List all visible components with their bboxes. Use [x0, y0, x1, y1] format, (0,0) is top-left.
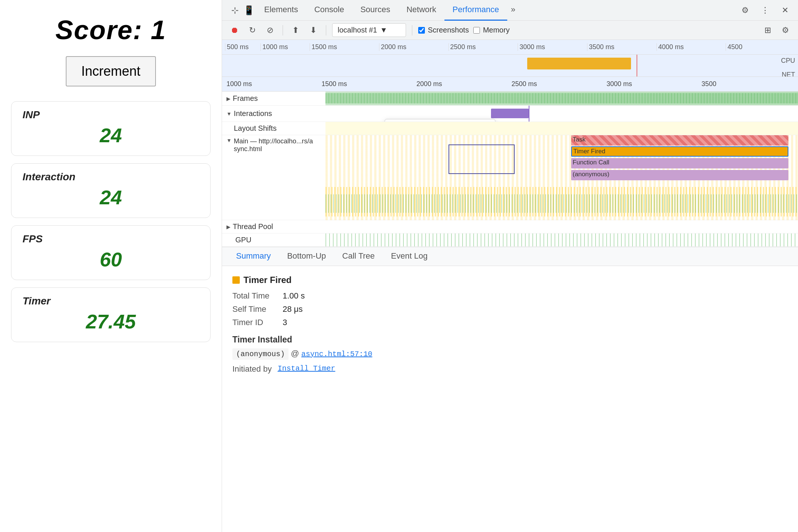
net-label: NET [782, 71, 795, 77]
devtools-panel: ⊹ 📱 Elements Console Sources Network Per… [222, 0, 798, 532]
summary-self-time: Self Time 28 μs [232, 304, 788, 314]
r2-2500: 2500 ms [510, 80, 605, 88]
url-dropdown-icon: ▼ [380, 26, 388, 34]
function-call-bar[interactable]: Function Call [571, 158, 788, 168]
second-ruler: 1000 ms 1500 ms 2000 ms 2500 ms 3000 ms … [222, 77, 798, 92]
toolbar-divider-2 [326, 25, 326, 35]
url-text: localhost #1 [338, 26, 377, 34]
timeline-tracks: 1000 ms 1500 ms 2000 ms 2500 ms 3000 ms … [222, 77, 798, 247]
cpu-net-area: CPU NET [222, 55, 798, 76]
screenshots-checkbox-label[interactable]: Screenshots [418, 26, 469, 34]
self-time-val: 28 μs [283, 304, 303, 314]
tab-elements[interactable]: Elements [256, 0, 306, 21]
task-label: Task [573, 136, 586, 143]
ruler-label-4000: 4000 ms [657, 43, 726, 51]
install-timer-link[interactable]: Install Timer [277, 364, 335, 374]
increment-button[interactable]: Increment [66, 56, 156, 86]
memory-checkbox-label[interactable]: Memory [473, 26, 509, 34]
clear-icon[interactable]: ⊘ [263, 24, 277, 37]
ruler-label-2500: 2500 ms [449, 43, 518, 51]
timer-id-key: Timer ID [232, 318, 277, 327]
capture-icon[interactable]: ⊞ [761, 24, 774, 37]
initiated-label: Initiated by [232, 364, 272, 374]
record-icon[interactable]: ⏺ [228, 24, 241, 37]
task-bar[interactable]: Task [571, 135, 788, 146]
thread-pool-track: ▶ Thread Pool [222, 220, 798, 233]
toolbar-divider-3 [412, 25, 412, 35]
thread-pool-content [325, 220, 798, 233]
frames-text: Frames [233, 94, 258, 103]
tab-network[interactable]: Network [398, 0, 444, 21]
r2-3500: 3500 [700, 80, 795, 88]
summary-total-time: Total Time 1.00 s [232, 291, 788, 301]
self-time-key: Self Time [232, 304, 277, 314]
summary-section-title: Timer Installed [232, 335, 788, 345]
main-triangle[interactable]: ▼ [226, 137, 232, 143]
download-icon[interactable]: ⬇ [307, 24, 320, 37]
thread-pool-triangle[interactable]: ▶ [226, 224, 231, 230]
reload-icon[interactable]: ↻ [246, 24, 259, 37]
tab-console[interactable]: Console [306, 0, 352, 21]
memory-checkbox[interactable] [473, 27, 480, 34]
timer-id-val: 3 [283, 318, 287, 327]
tab-event-log[interactable]: Event Log [383, 246, 436, 267]
summary-panel: Timer Fired Total Time 1.00 s Self Time … [222, 266, 798, 532]
summary-code-snippet: (anonymous) [232, 348, 289, 360]
tab-bottom-up[interactable]: Bottom-Up [279, 246, 334, 267]
url-selector[interactable]: localhost #1 ▼ [332, 23, 406, 37]
tab-sources[interactable]: Sources [352, 0, 398, 21]
close-icon[interactable]: ✕ [778, 3, 792, 17]
main-text: Main — http://localho...rs/async.html [234, 137, 315, 153]
r2-1000: 1000 ms [225, 80, 320, 88]
fps-card: FPS 60 [11, 225, 211, 280]
cpu-label: CPU [781, 57, 795, 65]
small-bars-2 [325, 194, 798, 213]
layout-shifts-track: Layout Shifts [222, 122, 798, 135]
ruler-label-1000: 1000 ms [260, 43, 310, 51]
ruler-label-1500: 1500 ms [310, 43, 379, 51]
frames-label: ▶ Frames [222, 94, 325, 103]
score-title: Score: 1 [55, 15, 166, 45]
tab-summary[interactable]: Summary [228, 246, 279, 267]
left-panel: Score: 1 Increment INP 24 Interaction 24… [0, 0, 222, 532]
summary-link[interactable]: async.html:57:10 [301, 350, 372, 358]
toolbar-settings-icon[interactable]: ⚙ [779, 24, 792, 37]
interactions-track: ▼ Interactions 27.57 ms Pointer [222, 106, 798, 122]
ruler-label-3500: 3500 ms [587, 43, 657, 51]
tab-more[interactable]: » [507, 0, 519, 21]
anonymous-label: (anonymous) [573, 171, 609, 178]
layout-shifts-label: Layout Shifts [222, 124, 325, 133]
settings-icon[interactable]: ⚙ [738, 3, 752, 17]
devtools-toolbar: ⏺ ↻ ⊘ ⬆ ⬇ localhost #1 ▼ Screenshots Mem… [222, 21, 798, 40]
gpu-track: GPU [222, 233, 798, 247]
summary-code-row: (anonymous) @ async.html:57:10 [232, 348, 788, 360]
timer-card: Timer 27.45 [11, 287, 211, 342]
interactions-triangle[interactable]: ▼ [226, 111, 232, 117]
cpu-bar [527, 58, 631, 69]
bottom-tabs: Summary Bottom-Up Call Tree Event Log [222, 247, 798, 266]
top-ruler: 500 ms 1000 ms 1500 ms 2000 ms 2500 ms 3… [222, 40, 798, 77]
timer-fired-label: Timer Fired [573, 148, 605, 155]
frames-track: ▶ Frames [222, 92, 798, 106]
screenshots-checkbox[interactable] [418, 27, 425, 34]
tab-call-tree[interactable]: Call Tree [334, 246, 383, 267]
summary-timer-id: Timer ID 3 [232, 318, 788, 327]
devtools-header: ⊹ 📱 Elements Console Sources Network Per… [222, 0, 798, 21]
interaction-bar[interactable] [491, 109, 529, 118]
frames-triangle[interactable]: ▶ [226, 96, 231, 102]
device-icon[interactable]: 📱 [242, 3, 256, 17]
tab-performance[interactable]: Performance [444, 0, 507, 21]
screenshots-label: Screenshots [428, 26, 469, 34]
timer-fired-bar[interactable]: Timer Fired [571, 146, 788, 157]
inspector-icon[interactable]: ⊹ [228, 3, 242, 17]
ruler-label-500: 500 ms [225, 43, 260, 51]
r2-3000: 3000 ms [605, 80, 700, 88]
thread-pool-label: ▶ Thread Pool [222, 222, 325, 231]
thread-pool-text: Thread Pool [233, 222, 273, 231]
upload-icon[interactable]: ⬆ [289, 24, 302, 37]
summary-initiated-row: Initiated by Install Timer [232, 364, 788, 374]
anonymous-bar[interactable]: (anonymous) [571, 170, 788, 180]
gpu-label: GPU [222, 236, 325, 244]
interaction-value: 24 [23, 186, 199, 209]
more-icon[interactable]: ⋮ [758, 3, 772, 17]
